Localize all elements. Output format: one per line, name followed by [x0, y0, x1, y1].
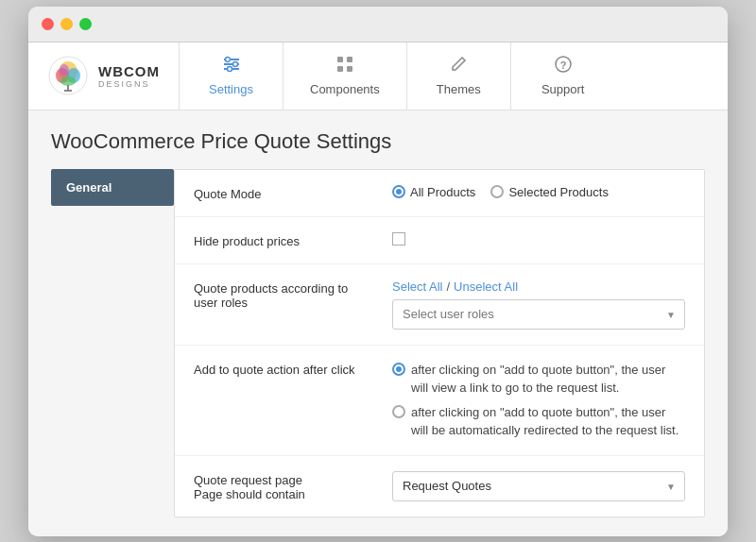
svg-rect-16: [337, 66, 343, 72]
nav-tabs: Settings Components: [180, 42, 728, 110]
hide-prices-row: Hide product prices: [175, 217, 704, 264]
sidebar-item-general[interactable]: General: [51, 169, 174, 206]
sidebar-item-general-label: General: [66, 180, 112, 195]
select-all-link[interactable]: Select All: [392, 279, 442, 294]
all-products-label: All Products: [410, 185, 475, 199]
user-roles-row: Quote products according to user roles S…: [175, 264, 704, 346]
add-to-quote-option-1: after clicking on "add to quote button",…: [392, 361, 685, 398]
quote-mode-control: All Products Selected Products: [392, 185, 685, 199]
selected-products-label: Selected Products: [508, 185, 609, 199]
tab-components[interactable]: Components: [284, 42, 407, 110]
title-bar: [28, 7, 728, 42]
hide-prices-control: [392, 232, 685, 248]
add-to-quote-label: Add to quote action after click: [194, 361, 373, 377]
svg-point-11: [225, 58, 230, 62]
brand-sub: DESIGNS: [98, 79, 160, 89]
tab-themes[interactable]: Themes: [407, 42, 511, 110]
page-content: WooCommerce Price Quote Settings General…: [28, 110, 728, 536]
user-roles-links: Select All / Unselect All: [392, 279, 685, 294]
close-button[interactable]: [42, 18, 54, 30]
quote-request-select[interactable]: Request Quotes: [392, 471, 685, 501]
page-title: WooCommerce Price Quote Settings: [51, 129, 705, 154]
maximize-button[interactable]: [79, 18, 92, 30]
quote-mode-label: Quote Mode: [194, 185, 373, 201]
components-tab-label: Components: [310, 82, 380, 96]
unselect-all-link[interactable]: Unselect All: [454, 279, 518, 294]
components-icon: [335, 55, 354, 78]
add-to-quote-radio-1[interactable]: [392, 363, 405, 376]
support-tab-label: Support: [541, 82, 585, 96]
selected-products-radio[interactable]: [490, 185, 504, 198]
svg-text:?: ?: [559, 59, 566, 71]
main-layout: General Quote Mode All Products: [51, 169, 705, 517]
user-roles-select-wrapper: [392, 299, 685, 330]
settings-tab-label: Settings: [209, 82, 253, 96]
all-products-radio[interactable]: [392, 185, 405, 198]
add-to-quote-control: after clicking on "add to quote button",…: [392, 361, 685, 440]
svg-rect-15: [347, 57, 352, 62]
svg-point-5: [60, 64, 69, 76]
all-products-option[interactable]: All Products: [392, 185, 475, 199]
hide-prices-label: Hide product prices: [194, 232, 373, 248]
brand-text: WBCOM DESIGNS: [98, 63, 160, 89]
quote-request-page-label: Quote request page Page should contain: [194, 471, 373, 501]
brand-name: WBCOM: [98, 63, 160, 79]
quote-request-page-row: Quote request page Page should contain R…: [175, 456, 704, 517]
svg-point-12: [232, 62, 237, 67]
svg-rect-17: [347, 66, 352, 72]
window-controls: [42, 18, 92, 30]
link-separator: /: [446, 279, 450, 294]
add-to-quote-radio-2[interactable]: [392, 405, 405, 418]
add-to-quote-desc-1: after clicking on "add to quote button",…: [411, 361, 685, 398]
support-icon: ?: [554, 55, 573, 78]
selected-products-option[interactable]: Selected Products: [490, 185, 609, 199]
settings-panel: Quote Mode All Products Selected Product…: [174, 169, 705, 517]
quote-request-select-wrapper: Request Quotes: [392, 471, 685, 501]
settings-icon: [222, 55, 241, 78]
add-to-quote-option-2: after clicking on "add to quote button",…: [392, 403, 685, 440]
top-nav: WBCOM DESIGNS Settings: [28, 42, 728, 110]
themes-tab-label: Themes: [437, 82, 481, 96]
tab-settings[interactable]: Settings: [180, 42, 284, 110]
svg-rect-14: [337, 57, 343, 62]
hide-prices-checkbox[interactable]: [392, 232, 405, 246]
svg-point-4: [60, 76, 76, 86]
brand-logo-icon: [47, 55, 89, 96]
minimize-button[interactable]: [60, 18, 73, 30]
user-roles-input[interactable]: [392, 299, 685, 330]
app-window: WBCOM DESIGNS Settings: [28, 7, 728, 536]
user-roles-label: Quote products according to user roles: [194, 279, 373, 310]
quote-mode-radio-group: All Products Selected Products: [392, 185, 685, 199]
quote-request-page-label-line2: Page should contain: [194, 487, 305, 501]
quote-request-page-control: Request Quotes: [392, 471, 685, 501]
quote-request-page-label-line1: Quote request page: [194, 473, 302, 487]
add-to-quote-desc-2: after clicking on "add to quote button",…: [411, 403, 685, 440]
sidebar: General: [51, 169, 174, 517]
svg-point-13: [227, 67, 232, 72]
add-to-quote-row: Add to quote action after click after cl…: [175, 346, 704, 456]
quote-mode-row: Quote Mode All Products Selected Product…: [175, 170, 704, 217]
tab-support[interactable]: ? Support: [511, 42, 615, 110]
themes-icon: [449, 55, 468, 78]
user-roles-control: Select All / Unselect All: [392, 279, 685, 330]
brand-logo-area: WBCOM DESIGNS: [28, 42, 180, 110]
